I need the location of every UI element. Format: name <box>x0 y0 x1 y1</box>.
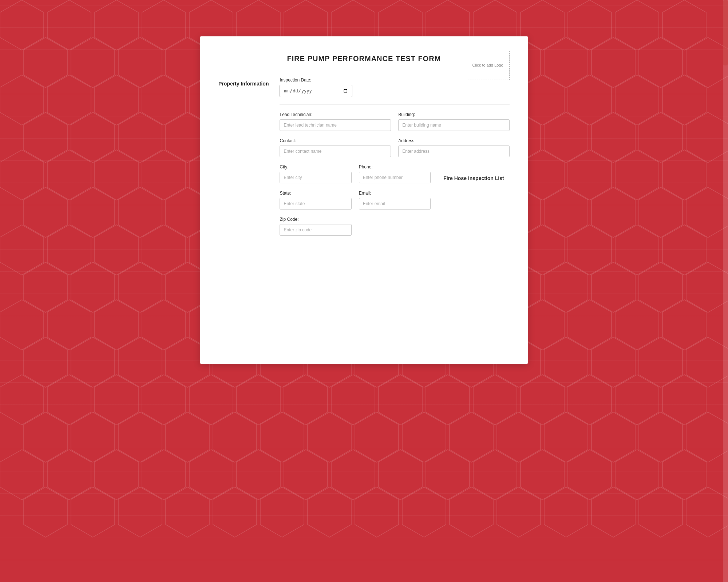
city-input[interactable] <box>280 172 351 183</box>
state-email-row: State: Email: <box>280 191 510 210</box>
lead-technician-label: Lead Technician: <box>280 112 391 117</box>
empty-col <box>438 191 510 210</box>
zip-group: Zip Code: <box>280 217 351 236</box>
city-label: City: <box>280 164 351 170</box>
address-group: Address: <box>398 138 510 157</box>
contact-address-row: Contact: Address: <box>280 138 510 157</box>
form-container: FIRE PUMP PERFORMANCE TEST FORM Click to… <box>200 36 528 364</box>
city-phone-firehose-row: City: Phone: Fire Hose Inspection List <box>280 164 510 183</box>
form-header: FIRE PUMP PERFORMANCE TEST FORM Click to… <box>218 51 510 63</box>
phone-group: Phone: <box>359 164 431 183</box>
address-input[interactable] <box>398 146 510 157</box>
phone-label: Phone: <box>359 164 431 170</box>
building-input[interactable] <box>398 119 510 131</box>
inspection-date-input[interactable] <box>280 85 352 97</box>
contact-input[interactable] <box>280 146 391 157</box>
scrollbar-thumb[interactable] <box>723 0 728 65</box>
scrollbar-track <box>723 0 728 582</box>
zip-input[interactable] <box>280 224 351 236</box>
fire-hose-title-container: Fire Hose Inspection List <box>438 164 510 183</box>
state-group: State: <box>280 191 351 210</box>
svg-marker-0 <box>0 0 44 50</box>
email-group: Email: <box>359 191 431 210</box>
state-input[interactable] <box>280 198 351 210</box>
building-group: Building: <box>398 112 510 131</box>
property-section-label: Property Information <box>218 79 269 87</box>
contact-label: Contact: <box>280 138 391 143</box>
email-label: Email: <box>359 191 431 196</box>
lead-technician-input[interactable] <box>280 119 391 131</box>
building-label: Building: <box>398 112 510 117</box>
zip-row: Zip Code: <box>280 217 510 236</box>
contact-group: Contact: <box>280 138 391 157</box>
logo-placeholder[interactable]: Click to add Logo <box>466 51 510 80</box>
lead-technician-group: Lead Technician: <box>280 112 391 131</box>
fire-hose-title: Fire Hose Inspection List <box>443 174 504 181</box>
zip-label: Zip Code: <box>280 217 351 222</box>
address-label: Address: <box>398 138 510 143</box>
phone-input[interactable] <box>359 172 431 183</box>
tech-building-row: Lead Technician: Building: <box>280 112 510 131</box>
state-label: State: <box>280 191 351 196</box>
email-input[interactable] <box>359 198 431 210</box>
city-group: City: <box>280 164 351 183</box>
